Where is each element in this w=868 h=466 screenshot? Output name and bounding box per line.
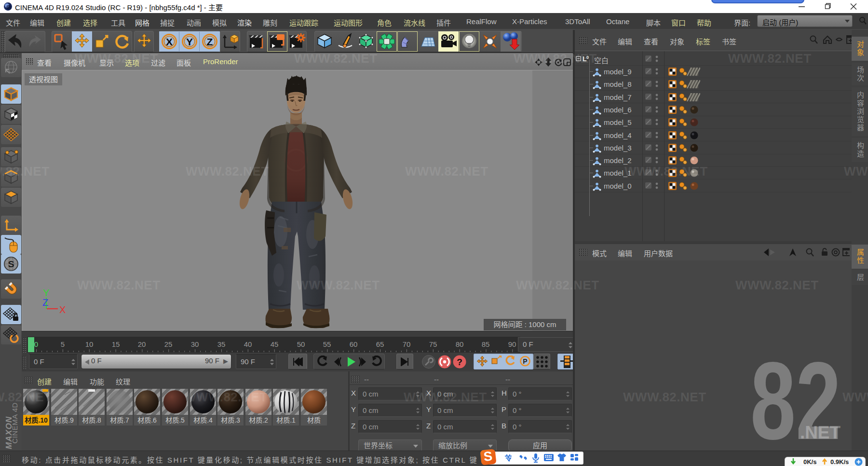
svg-text:S: S	[8, 259, 14, 269]
svg-text:?: ?	[457, 357, 462, 367]
svg-text:X: X	[166, 36, 173, 47]
svg-text:Z: Z	[207, 36, 213, 47]
svg-text:Z: Z	[42, 297, 48, 308]
svg-text:X: X	[59, 304, 66, 315]
svg-text:Y: Y	[186, 36, 193, 47]
svg-text:.NET: .NET	[800, 425, 841, 441]
svg-text:Y: Y	[43, 288, 49, 298]
svg-text:P: P	[523, 357, 527, 365]
